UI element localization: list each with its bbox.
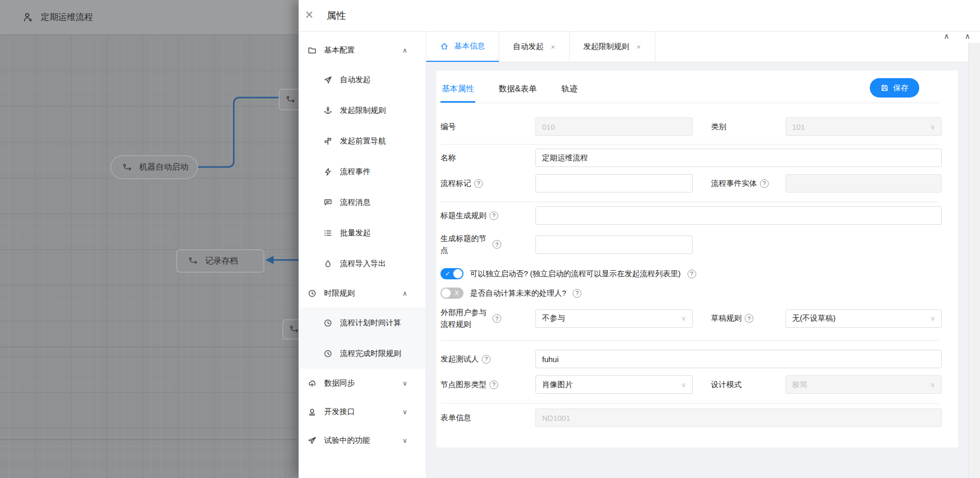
field-label-flow-event-entity: 流程事件实体 ? <box>711 178 786 189</box>
draft-rule-select[interactable]: 无(不设草稿) ∨ <box>786 309 942 328</box>
sidebar-item-label: 流程消息 <box>340 198 371 207</box>
chevron-up-icon[interactable]: ∧ <box>402 290 407 297</box>
flow-arrow-icon <box>286 95 296 104</box>
tab-basic-attrs[interactable]: 基本属性 <box>440 77 475 103</box>
sidebar-section-data-sync[interactable]: 数据同步 ∨ <box>299 369 426 397</box>
sidebar-item-label: 流程完成时限规则 <box>340 349 401 358</box>
cloud-upload-icon <box>308 379 316 388</box>
field-label-design-mode: 设计模式 <box>711 379 786 391</box>
tab-basic-info[interactable]: 基本信息 <box>426 32 499 62</box>
help-icon[interactable]: ? <box>760 179 769 188</box>
field-label-title-node: 生成标题的节点 ? <box>440 233 535 256</box>
sidebar-item-batch-initiate[interactable]: 批量发起 <box>299 218 426 248</box>
sidebar-item-flow-import-export[interactable]: 流程导入导出 <box>299 248 426 279</box>
sidebar-item-initiate-limit-rules[interactable]: 发起限制规则 <box>299 95 426 126</box>
help-icon[interactable]: ? <box>493 314 501 323</box>
stamp-icon <box>308 408 316 416</box>
sidebar-section-time-rules[interactable]: 时限规则 ∧ <box>299 279 426 307</box>
save-button[interactable]: 保存 <box>870 78 919 98</box>
sidebar-section-basic-config[interactable]: 基本配置 ∧ <box>299 36 426 64</box>
field-label-form-info: 表单信息 <box>440 412 535 424</box>
test-user-input[interactable] <box>535 350 942 368</box>
tab-data-and-form[interactable]: 数据&表单 <box>498 77 538 103</box>
sidebar-section-dev-interface[interactable]: 开发接口 ∨ <box>299 397 426 426</box>
save-label: 保存 <box>893 83 909 93</box>
clock-icon <box>308 289 316 298</box>
scroll-up-icon[interactable]: ∧ <box>944 32 949 41</box>
flow-event-entity-input <box>786 174 942 193</box>
sidebar-item-flow-plan-time-calc[interactable]: 流程计划时间计算 <box>299 307 426 338</box>
droplet-icon <box>324 259 332 268</box>
sidebar-section-label: 基本配置 <box>324 45 355 55</box>
future-handler-toggle[interactable]: X <box>440 288 463 299</box>
form-row-name: 名称 <box>440 149 939 167</box>
node-graph-type-select[interactable]: 肖像图片 ∨ <box>535 375 693 394</box>
tab-initiate-limit-rules[interactable]: 发起限制规则 × <box>570 32 655 62</box>
tab-auto-initiate[interactable]: 自动发起 × <box>499 32 570 62</box>
help-icon[interactable]: ? <box>489 211 498 220</box>
name-input[interactable] <box>535 149 942 167</box>
select-value: 肖像图片 <box>542 380 573 390</box>
category-select: 101 ∨ <box>786 117 942 136</box>
help-icon[interactable]: ? <box>493 240 501 249</box>
toggle-check-mark: ✓ <box>445 268 450 279</box>
vertical-scrollbar[interactable] <box>968 43 980 478</box>
sidebar-item-auto-initiate[interactable]: 自动发起 <box>299 64 426 95</box>
standalone-start-toggle[interactable]: ✓ <box>440 268 463 279</box>
chevron-down-icon: ∨ <box>930 123 935 131</box>
sidebar-item-initiate-pre-navigation[interactable]: 发起前置导航 <box>299 126 426 156</box>
sidebar-item-label: 流程计划时间计算 <box>340 318 401 328</box>
flow-node-partial-bottom[interactable] <box>282 319 299 340</box>
chevron-down-icon[interactable]: ∨ <box>402 408 407 416</box>
sidebar-item-flow-events[interactable]: 流程事件 <box>299 156 426 187</box>
user-plus-icon <box>22 12 34 23</box>
chevron-down-icon[interactable]: ∨ <box>402 379 407 387</box>
help-icon[interactable]: ? <box>688 270 696 278</box>
form-row-title-node: 生成标题的节点 ? <box>440 233 939 256</box>
form-row-node-graph-type: 节点图形类型 ? 肖像图片 ∨ 设计模式 极简 ∨ <box>440 375 939 394</box>
clock-icon <box>324 349 332 358</box>
sidebar-item-flow-complete-time-rules[interactable]: 流程完成时限规则 <box>299 338 426 369</box>
canvas-titlebar: 定期运维流程 <box>0 0 299 35</box>
chevron-down-icon: ∨ <box>930 315 935 322</box>
flow-canvas[interactable]: 机器自动启动 记录存档 定期运维流程 <box>0 0 299 478</box>
sidebar-section-experimental-features[interactable]: 试验中的功能 ∨ <box>299 426 426 455</box>
title-node-input[interactable] <box>535 235 693 254</box>
external-user-select[interactable]: 不参与 ∨ <box>535 309 693 328</box>
scrollbar-up-icon[interactable]: ∧ <box>965 32 970 41</box>
close-tab-icon[interactable]: × <box>551 42 555 51</box>
flow-arrow-icon <box>122 163 133 172</box>
floppy-icon <box>880 84 889 92</box>
close-tab-icon[interactable]: × <box>636 42 641 51</box>
flow-node-record-archive[interactable]: 记录存档 <box>176 249 264 273</box>
toggle-label: 是否自动计算未来的处理人? <box>470 289 566 298</box>
flow-node-machine-auto-start[interactable]: 机器自动启动 <box>110 155 198 179</box>
title-rule-input[interactable] <box>535 206 942 225</box>
form-row-form-info: 表单信息 <box>440 409 939 427</box>
help-icon[interactable]: ? <box>745 314 753 323</box>
sidebar-item-label: 流程导入导出 <box>340 259 386 269</box>
chevron-down-icon[interactable]: ∨ <box>402 437 407 444</box>
flow-node-partial-top[interactable] <box>279 89 299 110</box>
help-icon[interactable]: ? <box>573 289 581 298</box>
flow-node-label: 机器自动启动 <box>139 162 188 173</box>
tab-label: 基本信息 <box>454 41 485 51</box>
list-icon <box>324 229 332 237</box>
clock-icon <box>324 319 332 327</box>
help-icon[interactable]: ? <box>489 380 498 389</box>
chevron-up-icon[interactable]: ∧ <box>402 46 407 54</box>
divider <box>440 403 939 403</box>
toggle-x-mark: X <box>455 288 459 299</box>
tab-trajectory[interactable]: 轨迹 <box>560 77 579 103</box>
field-label-draft-rule: 草稿规则 ? <box>711 313 786 324</box>
content-area: 基本属性 数据&表单 轨迹 保存 编号 类别 <box>426 62 980 478</box>
main-panel: 基本信息 自动发起 × 发起限制规则 × 基本属性 数据&表单 轨迹 <box>426 32 980 478</box>
help-icon[interactable]: ? <box>474 179 483 188</box>
flow-mark-input[interactable] <box>535 174 693 193</box>
close-icon[interactable]: × <box>305 8 313 22</box>
panel-tabs-row: 基本属性 数据&表单 轨迹 保存 <box>440 77 939 103</box>
help-icon[interactable]: ? <box>482 355 491 364</box>
sidebar-item-flow-messages[interactable]: 流程消息 <box>299 187 426 218</box>
standalone-start-row: ✓ 可以独立启动否? (独立启动的流程可以显示在发起流程列表里) ? <box>440 268 939 279</box>
select-value: 极简 <box>792 380 807 390</box>
